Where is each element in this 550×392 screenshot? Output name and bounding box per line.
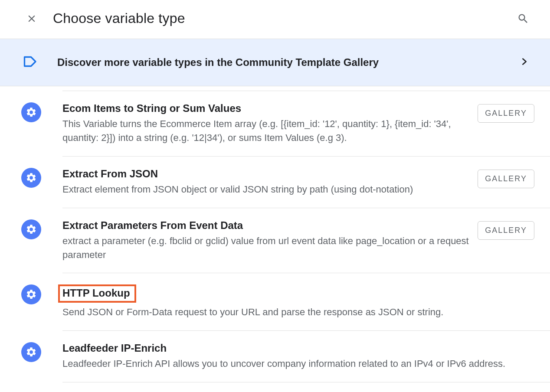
variable-type-item[interactable]: HTTP LookupSend JSON or Form-Data reques… (62, 273, 550, 331)
search-button[interactable] (517, 13, 529, 25)
close-button[interactable] (26, 13, 37, 24)
gear-icon (21, 102, 41, 122)
item-title: Extract From JSON (62, 168, 469, 180)
item-title: Ecom Items to String or Sum Values (62, 102, 469, 114)
variable-type-item[interactable]: Ecom Items to String or Sum ValuesThis V… (62, 91, 550, 157)
gallery-badge: GALLERY (478, 221, 534, 240)
item-title: HTTP Lookup (62, 284, 534, 303)
variable-type-item[interactable]: Leadfeeder IP-EnrichLeadfeeder IP-Enrich… (62, 331, 550, 382)
item-description: This Variable turns the Ecommerce Item a… (62, 117, 469, 145)
gear-icon (21, 168, 41, 188)
dialog-header: Choose variable type (0, 0, 550, 39)
dialog-title: Choose variable type (53, 10, 501, 26)
item-content: Leadfeeder IP-EnrichLeadfeeder IP-Enrich… (62, 342, 534, 371)
item-content: Extract Parameters From Event Dataextrac… (62, 219, 469, 262)
item-title: Leadfeeder IP-Enrich (62, 342, 534, 354)
item-content: HTTP LookupSend JSON or Form-Data reques… (62, 284, 534, 319)
item-title: Extract Parameters From Event Data (62, 219, 469, 232)
variable-type-item[interactable]: Extract Parameters From Event Dataextrac… (62, 208, 550, 274)
chevron-right-icon (520, 57, 529, 68)
item-content: Ecom Items to String or Sum ValuesThis V… (62, 102, 469, 145)
item-description: Send JSON or Form-Data request to your U… (62, 305, 534, 319)
gallery-badge: GALLERY (478, 104, 534, 123)
highlight-box: HTTP Lookup (58, 284, 136, 303)
gear-icon (21, 284, 41, 304)
search-icon (517, 13, 529, 25)
item-content: Extract From JSONExtract element from JS… (62, 168, 469, 196)
item-description: extract a parameter (e.g. fbclid or gcli… (62, 234, 469, 262)
item-description: Leadfeeder IP-Enrich API allows you to u… (62, 357, 534, 371)
close-icon (26, 13, 37, 24)
item-description: Extract element from JSON object or vali… (62, 183, 469, 196)
banner-text: Discover more variable types in the Comm… (57, 56, 501, 69)
tag-icon (23, 54, 38, 71)
gear-icon (21, 219, 41, 239)
gear-icon (21, 342, 41, 362)
gallery-badge: GALLERY (478, 170, 534, 188)
variable-type-item[interactable]: Extract From JSONExtract element from JS… (62, 157, 550, 208)
variable-type-list: Ecom Items to String or Sum ValuesThis V… (0, 91, 550, 382)
community-gallery-banner[interactable]: Discover more variable types in the Comm… (0, 39, 550, 86)
